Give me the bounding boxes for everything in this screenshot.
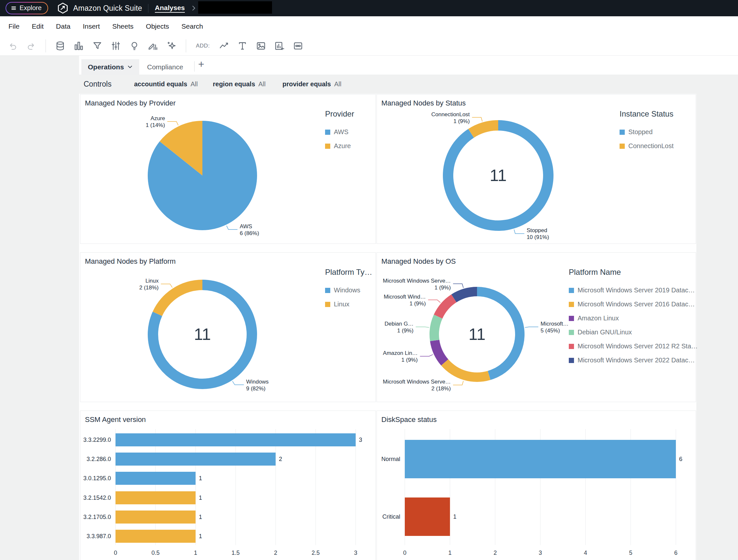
legend-item[interactable]: Windows — [325, 287, 372, 294]
chart-slice[interactable] — [434, 294, 456, 318]
control-region[interactable]: region equals All — [213, 80, 266, 88]
chart-slice[interactable] — [430, 340, 448, 366]
callout-line — [453, 284, 463, 288]
bar[interactable] — [115, 511, 196, 524]
legend-swatch — [325, 302, 330, 307]
bar[interactable] — [405, 440, 676, 478]
undo-button[interactable] — [7, 40, 19, 52]
chart-slice[interactable] — [451, 287, 477, 302]
callout-line — [420, 354, 433, 356]
parameter-controls-icon[interactable] — [110, 40, 122, 52]
legend-label: Microsoft Windows Server 2012 R2 Sta… — [578, 342, 698, 350]
legend-swatch — [325, 129, 330, 135]
sheet-tab-strip: Operations Compliance + — [79, 56, 738, 74]
add-line-visual-icon[interactable] — [218, 40, 230, 52]
tab-operations-label: Operations — [88, 63, 124, 71]
menu-item-edit[interactable]: Edit — [32, 22, 44, 30]
value-label: 1 — [199, 533, 202, 540]
control-provider[interactable]: provider equals All — [283, 80, 341, 88]
bar[interactable] — [405, 498, 450, 536]
legend-item[interactable]: Microsoft Windows Server 2016 Datac… — [569, 300, 698, 308]
menu-item-sheets[interactable]: Sheets — [112, 22, 133, 30]
legend-item[interactable]: Debian GNU/Linux — [569, 328, 698, 336]
insights-lightbulb-icon[interactable] — [128, 40, 140, 52]
slice-value: 1 (9%) — [409, 300, 426, 307]
visual-card-diskspace-status[interactable]: DiskSpace status 0123456Normal6Critical1 — [376, 410, 696, 560]
x-axis-tick: 2.5 — [311, 550, 320, 556]
ssm-agent-bar-chart[interactable]: 00.511.522.533.3.2299.033.2.286.023.0.12… — [80, 411, 376, 560]
visual-card-ssm-agent-version[interactable]: SSM Agent version 00.511.522.533.3.2299.… — [80, 410, 376, 560]
legend-item[interactable]: Microsoft Windows Server 2019 Datac… — [569, 287, 698, 294]
value-label: 1 — [199, 475, 202, 482]
chart-slice[interactable] — [468, 120, 498, 138]
slice-label: Microsoft Windows Serve… — [383, 379, 451, 385]
menu-item-file[interactable]: File — [8, 22, 20, 30]
control-accountid[interactable]: accountid equals All — [134, 80, 198, 88]
chart-slice[interactable] — [152, 280, 203, 316]
category-label: 3.0.1295.0 — [83, 475, 111, 482]
value-label: 1 — [199, 495, 202, 501]
legend-item[interactable]: AWS — [325, 128, 354, 136]
redo-button[interactable] — [25, 40, 37, 52]
legend-title: Instance Status — [620, 109, 674, 118]
slice-value: 1 (9%) — [397, 327, 414, 334]
add-sheet-button[interactable]: + — [198, 58, 204, 70]
x-axis-tick: 5 — [629, 550, 632, 556]
menu-item-data[interactable]: Data — [56, 22, 70, 30]
diskspace-bar-chart[interactable]: 0123456Normal6Critical1 — [377, 411, 696, 560]
visual-card-nodes-by-status[interactable]: Managed Nodes by Status Stopped10 (91%)C… — [376, 94, 696, 244]
bar[interactable] — [115, 472, 196, 485]
calculated-field-icon[interactable] — [147, 40, 159, 52]
callout-line — [514, 230, 524, 233]
menu-item-insert[interactable]: Insert — [83, 22, 100, 30]
bar[interactable] — [115, 491, 196, 504]
q-sparkle-icon[interactable] — [165, 40, 178, 52]
quick-suite-logo-icon — [57, 2, 69, 14]
bar[interactable] — [115, 433, 356, 447]
legend-item[interactable]: Microsoft Windows Server 2012 R2 Sta… — [569, 342, 698, 350]
slice-value: 10 (91%) — [526, 234, 549, 240]
legend-title: Platform Name — [569, 268, 698, 277]
visual-card-nodes-by-provider[interactable]: Managed Nodes by Provider AWS6 (86%)Azur… — [80, 94, 376, 244]
legend-item[interactable]: Amazon Linux — [569, 314, 698, 322]
slice-value: 2 (18%) — [139, 285, 159, 291]
tab-compliance[interactable]: Compliance — [141, 59, 189, 74]
legend-item[interactable]: Azure — [325, 142, 354, 150]
menu-item-objects[interactable]: Objects — [146, 22, 169, 30]
callout-line — [428, 300, 441, 303]
visual-card-nodes-by-os[interactable]: Managed Nodes by OS Microsoft…5 (45%)Mic… — [376, 252, 696, 402]
legend-item[interactable]: ConnectionLost — [620, 142, 674, 150]
x-axis-tick: 1 — [448, 550, 452, 556]
legend-label: Microsoft Windows Server 2019 Datac… — [578, 287, 695, 294]
visual-types-icon[interactable] — [72, 40, 85, 52]
bar[interactable] — [115, 530, 196, 543]
add-custom-visual-icon[interactable] — [273, 40, 286, 52]
breadcrumb-analyses-link[interactable]: Analyses — [155, 4, 185, 13]
legend-item[interactable]: Stopped — [620, 128, 674, 136]
add-text-box-icon[interactable] — [236, 40, 249, 52]
tab-separator — [194, 61, 195, 72]
callout-line — [453, 381, 463, 385]
legend-label: Azure — [334, 142, 351, 150]
x-axis-tick: 0.5 — [151, 550, 159, 556]
bar[interactable] — [115, 453, 276, 466]
x-axis-tick: 3 — [538, 550, 542, 556]
dataset-icon[interactable] — [54, 40, 66, 52]
chart-slice[interactable] — [429, 314, 442, 341]
menu-item-search[interactable]: Search — [181, 22, 204, 30]
filter-icon[interactable] — [91, 40, 103, 52]
add-embed-icon[interactable] — [292, 40, 304, 52]
legend-item[interactable]: Linux — [325, 300, 372, 308]
x-axis-tick: 3 — [354, 550, 357, 556]
category-label: Critical — [382, 513, 400, 520]
chevron-down-icon — [127, 64, 133, 70]
category-label: 3.3.987.0 — [86, 533, 111, 540]
legend-swatch — [569, 330, 574, 335]
explore-button[interactable]: Explore — [6, 2, 48, 14]
slice-value: 1 (9%) — [434, 285, 451, 291]
legend-item[interactable]: Microsoft Windows Server 2022 Datac… — [569, 356, 698, 364]
value-label: 1 — [453, 513, 456, 520]
add-image-icon[interactable] — [255, 40, 267, 52]
visual-card-nodes-by-platform[interactable]: Managed Nodes by Platform Windows9 (82%)… — [80, 252, 376, 402]
tab-operations[interactable]: Operations — [81, 59, 139, 74]
